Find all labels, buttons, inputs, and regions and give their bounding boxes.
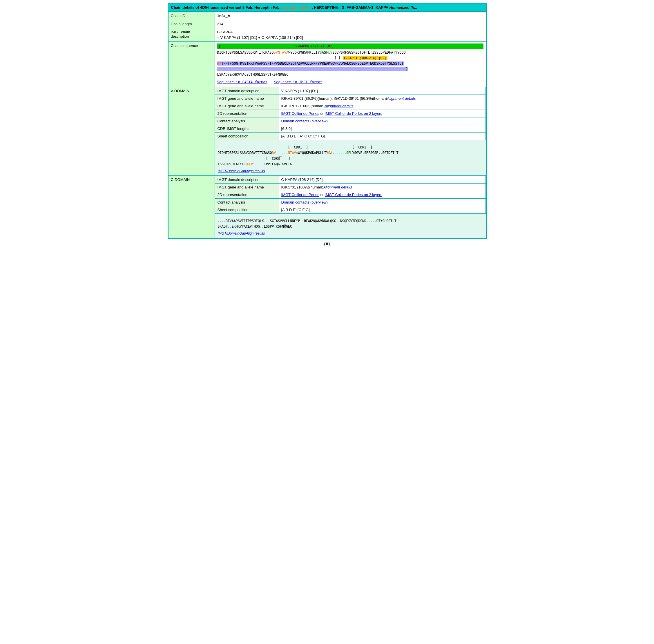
vd-contact-link[interactable]: Domain contacts (overview)	[281, 119, 328, 123]
c-domain-imgt-link[interactable]: IMGT/DomainGapAlign results	[218, 231, 265, 235]
v-domain-imgt-link[interactable]: IMGT/DomainGapAlign results	[218, 169, 265, 173]
chain-id-value: 1n8z_A	[215, 12, 486, 20]
vd-value-6: [A' B D E] [A" C C' C" F G]	[279, 132, 486, 140]
cdr-dv: DV	[272, 151, 276, 155]
v-domain-cdr-block: [ CDR1 ] [ CDR2 ] DIQMTQSPSSLSASVGDRVTIT…	[215, 140, 486, 176]
seq-line1-rest: WYQQKPGKAPKLLIY	[288, 50, 320, 54]
seq-line2-blue: HYTPPTFGQGTKVEIKRTVAAPSVFIFPPSDEQLKSGTAS…	[217, 62, 404, 66]
cdr-dots3: ....	[256, 162, 264, 166]
chain-length-value: 214	[215, 20, 486, 28]
cd-row-2: 2D representation IMGT Collier de Perles…	[215, 191, 486, 198]
seq-links: Sequence in FASTA format Sequence in IMG…	[217, 79, 483, 85]
cd-value-1: IGKC*01 (100%)(human)Alignment details	[279, 183, 486, 191]
v-domain-label: V-DOMAIN	[168, 87, 215, 176]
cd-align-link-1[interactable]: Alignment details	[323, 185, 352, 189]
c-domain-seq: ....RTVAAPSVFIFPPSDEQLK...SGTASVVCLLNNFY…	[218, 218, 483, 230]
vd-2d-or: or	[320, 111, 324, 116]
seq-line3: LSKADYEKHKVYACEVTHQGLSSPVTKSFNRGEC	[217, 72, 483, 77]
bottom-label: (A)	[3, 242, 651, 246]
vd-row-1: IMGT gene and allele name IGKV1-39*01 (8…	[215, 94, 486, 102]
c-domain-content: IMGT domain description C-KAPPA (108-214…	[215, 176, 486, 238]
vd-value-3: IMGT Collier de Perles or IMGT Collier d…	[279, 110, 486, 117]
c-domain-seq-block: ....RTVAAPSVFIFPPSDEQLK...SGTASVVCLLNNFY…	[215, 214, 486, 238]
cd-value-0: C-KAPPA (108-214) [D2]	[279, 176, 486, 183]
vd-label-0: IMGT domain description	[215, 87, 279, 94]
v-domain-row: V-DOMAIN IMGT domain description V-KAPPA…	[168, 87, 486, 176]
cd-label-1: IMGT gene and allele name	[215, 183, 279, 191]
cd-contact-link[interactable]: Domain contacts (overview)	[281, 200, 328, 204]
imgt-chain-value: L-KAPPA = V-KAPPA (1-107) [D1] + C-KAPPA…	[215, 28, 486, 42]
vd-value-4: Domain contacts (overview)	[279, 117, 486, 125]
cd-value-2: IMGT Collier de Perles or IMGT Collier d…	[279, 191, 486, 198]
vd-row-4: Contact analysis Domain contacts (overvi…	[215, 117, 486, 125]
c-seq-line1: ....RTVAAPSVFIFPPSDEQLK...SGTASVVCLLNNFY…	[218, 218, 483, 224]
imgt-format-link[interactable]: Sequence in IMGT format	[274, 80, 322, 84]
vd-label-5: CDR-IMGT lengths	[215, 125, 279, 132]
seq-line2-orange: HY	[217, 62, 221, 66]
vd-label-1: IMGT gene and allele name	[215, 94, 279, 102]
cd-value-3: Domain contacts (overview)	[279, 198, 486, 206]
seq-line2: HYTPPTFGQGTKVEIKRTVAAPSVFIFPPSDEQLKSGTAS…	[217, 61, 483, 66]
seq-line1-rest3: SGTDFTLTISSLQPEDFATYYCQQ	[355, 50, 405, 54]
c-domain-table: IMGT domain description C-KAPPA (108-214…	[215, 176, 486, 214]
vd-2d-link2[interactable]: IMGT Collier de Perles on 2 layers	[325, 111, 382, 116]
cd-value-4: [A B D E] [C F G]	[279, 206, 486, 213]
chain-sequence-label: Chain sequence	[168, 42, 215, 87]
cdr-block-v: [ CDR1 ] [ CDR2 ] DIQMTQSPSSLSASVGDRVTIT…	[218, 145, 483, 167]
cdr-dots2: .......	[332, 151, 346, 155]
chain-id-row: Chain ID 1n8z_A	[168, 12, 486, 20]
chain-length-row: Chain length 214	[168, 20, 486, 28]
seq-line1-as: AS	[322, 50, 326, 54]
cd-row-3: Contact analysis Domain contacts (overvi…	[215, 198, 486, 206]
vd-align-link-1[interactable]: Alignment details	[387, 96, 415, 100]
chain-sequence-value: [ V-KAPPA (1-107) [D1]	[215, 42, 486, 87]
vd-align-link-2[interactable]: Alignment details	[324, 104, 353, 108]
imgt-chain-label: IMGT chaindescription	[168, 28, 215, 42]
title-suffix: , HERCEPTIN®, IG, FAB-GAMMA-1_KAPPA	[312, 5, 389, 9]
vd-label-6: Sheet composition	[215, 132, 279, 140]
seq-bracket-ckappa: ] [ C-KAPPA (108-214) [D2]	[217, 55, 483, 61]
fasta-link[interactable]: Sequence in FASTA format	[217, 80, 267, 84]
vkappa-bar: [ V-KAPPA (1-107) [D1]	[217, 44, 483, 49]
cdr-line2: ISSLQPEDFATYYCQQHYT....TPPTFGQGTKVEIK	[218, 162, 483, 167]
cdr-sf: SF	[346, 151, 351, 155]
cd-label-4: Sheet composition	[215, 206, 279, 213]
seq-line2-rest: TPPTFGQGTKVEIKRTVAAPSVFIFPPSDEQLKSGTASVV…	[221, 62, 404, 66]
cd-label-0: IMGT domain description	[215, 176, 279, 183]
chain-id-label: Chain ID	[168, 12, 215, 20]
vd-row-5: CDR-IMGT lengths [6.3.9]	[215, 125, 486, 132]
cdr-line1: DIQMTQSPSSLSASVGDRVTITCRASQDV......NTAVA…	[218, 150, 483, 156]
chain-length-label: Chain length	[168, 20, 215, 28]
seq-line1-ly: LY	[328, 50, 332, 54]
vd-value-2: IGKJ1*01 (100%)(human)Alignment details	[279, 102, 486, 110]
cd-2d-link1[interactable]: IMGT Collier de Perles	[281, 192, 319, 197]
vd-label-3: 2D representation	[215, 110, 279, 117]
cd-row-1: IMGT gene and allele name IGKC*01 (100%)…	[215, 183, 486, 191]
v-domain-content: IMGT domain description V-KAPPA (1-107) …	[215, 87, 486, 176]
cdr-cqqhyt: CQQHYT	[244, 162, 256, 166]
vd-row-3: 2D representation IMGT Collier de Perles…	[215, 110, 486, 117]
vd-label-4: Contact analysis	[215, 117, 279, 125]
title-prefix: Chain details of 4D5-humanized variant 8…	[171, 5, 281, 9]
vd-value-0: V-KAPPA (1-107) [D1]	[279, 87, 486, 94]
cdr-dots1: ......	[276, 151, 288, 155]
seq-line1: DIQMTQSPSSLSASVGDRVTITCRASQDVNTAVAWYQQKP…	[217, 50, 483, 55]
seq-line1-normal: DIQMTQSPSSLSASVGDRVTITCRASQ	[217, 50, 274, 54]
vd-value-5: [6.3.9]	[279, 125, 486, 132]
vd-row-0: IMGT domain description V-KAPPA (1-107) …	[215, 87, 486, 94]
vd-2d-link1[interactable]: IMGT Collier de Perles	[281, 111, 319, 116]
seq-bracket-close-line: ]	[217, 66, 483, 72]
v-domain-table: IMGT domain description V-KAPPA (1-107) …	[215, 87, 486, 140]
cdr-ntava: NTAVA	[288, 151, 298, 155]
cd-label-3: Contact analysis	[215, 198, 279, 206]
c-seq-overline: R	[284, 225, 286, 229]
c-domain-label: C-DOMAIN	[168, 176, 215, 238]
cd-2d-link2[interactable]: IMGT Collier de Perles on 2 layers	[325, 192, 382, 197]
ckappa-bar: C-KAPPA (108-214) [D2]	[343, 56, 387, 60]
seq-line1-orange: DVNTAVA	[274, 50, 289, 54]
c-domain-row: C-DOMAIN IMGT domain description C-KAPPA…	[168, 176, 486, 238]
imgt-chain-value2: = V-KAPPA (1-107) [D1] + C-KAPPA (108-21…	[217, 36, 483, 40]
title-orange: trastuzumab Fab	[281, 5, 312, 9]
seq-line1-green: S	[320, 50, 322, 54]
seq-line1-rest2: SGVPSRFSGS	[332, 50, 353, 54]
